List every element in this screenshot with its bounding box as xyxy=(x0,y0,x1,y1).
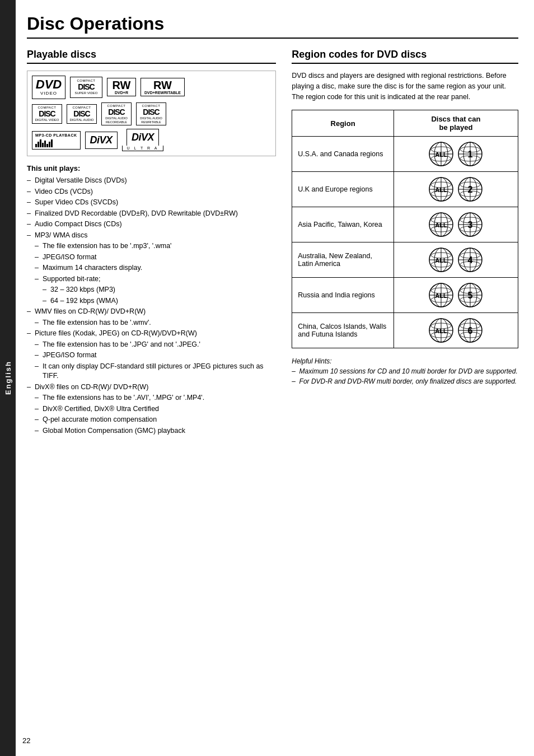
table-header-row: Region Discs that canbe played xyxy=(292,110,518,137)
mp3-bar xyxy=(38,142,39,147)
helpful-hints-label: Helpful Hints: xyxy=(292,356,518,366)
svg-text:ALL: ALL xyxy=(435,186,448,193)
all-globe-icon: ALL xyxy=(428,141,454,167)
region-column-header: Region xyxy=(292,110,394,137)
list-item: MP3/ WMA discs xyxy=(27,231,276,241)
hint-1: – Maximum 10 sessions for CD and 10 mult… xyxy=(292,366,518,376)
list-item: Global Motion Compensation (GMC) playbac… xyxy=(27,426,276,436)
region-codes-title: Region codes for DVD discs xyxy=(292,49,518,64)
svg-text:1: 1 xyxy=(468,150,473,159)
region-discs-cell: ALL6 xyxy=(394,313,518,348)
mp3-bars xyxy=(35,138,53,147)
mp3-bar xyxy=(40,139,41,147)
cd-digital-video-icon: compact DISC DIGITAL VIDEO xyxy=(32,104,62,124)
cd-rewritable-icon: compact DISC DIGITAL AUDIO ReWritable xyxy=(136,102,166,126)
right-column: Region codes for DVD discs DVD discs and… xyxy=(292,49,518,437)
side-tab: English xyxy=(0,0,16,756)
playable-discs-title: Playable discs xyxy=(27,49,276,64)
list-item: The file extension has to be '.mp3', '.w… xyxy=(27,241,276,251)
discs-column-header: Discs that canbe played xyxy=(394,110,518,137)
disc-icon-row-2: compact DISC DIGITAL VIDEO compact DISC … xyxy=(32,102,271,126)
list-item: Digital Versatile Discs (DVDs) xyxy=(27,176,276,186)
page-number: 22 xyxy=(22,736,30,745)
list-item: The file extensions has to be '.AVI', '.… xyxy=(27,393,276,403)
list-item: JPEG/ISO format xyxy=(27,351,276,361)
numbered-globe-icon: 4 xyxy=(457,247,483,273)
region-discs-cell: ALL5 xyxy=(394,278,518,313)
mp3-bar xyxy=(51,139,53,147)
cd-recordable-icon: compact DISC DIGITAL AUDIO Recordable xyxy=(101,102,132,126)
list-item: Q-pel accurate motion compensation xyxy=(27,415,276,425)
svg-text:6: 6 xyxy=(468,326,473,335)
disc-icon-row-3: MP3-CD PLAYBACK xyxy=(32,129,271,151)
table-row: Australia, New Zealand, Latin AmericaALL… xyxy=(292,242,518,278)
numbered-globe-icon: 3 xyxy=(457,212,483,237)
table-row: Russia and India regionsALL5 xyxy=(292,278,518,313)
region-discs-cell: ALL4 xyxy=(394,242,518,278)
mp3-cd-icon: MP3-CD PLAYBACK xyxy=(32,131,81,150)
list-item: Supported bit-rate; xyxy=(27,274,276,284)
list-item: It can only display DCF-standard still p… xyxy=(27,362,276,381)
svg-text:4: 4 xyxy=(468,255,473,265)
left-column: Playable discs DVD VIDEO compact xyxy=(27,49,276,437)
all-globe-icon: ALL xyxy=(428,212,454,237)
list-item: Finalized DVD Recordable (DVD±R), DVD Re… xyxy=(27,209,276,219)
all-globe-icon: ALL xyxy=(428,247,454,273)
numbered-globe-icon: 5 xyxy=(457,282,483,308)
list-item: DivX® files on CD-R(W)/ DVD+R(W) xyxy=(27,382,276,393)
dvd-rw-icon: RW DVD+ReWritable xyxy=(140,78,185,96)
table-row: U.S.A. and Canada regionsALL1 xyxy=(292,137,518,172)
cd-digital-audio-icon: compact DISC DIGITAL AUDIO xyxy=(67,104,97,124)
list-item: The file extension has to be '.wmv'. xyxy=(27,318,276,328)
numbered-globe-icon: 2 xyxy=(457,176,483,202)
two-col-layout: Playable discs DVD VIDEO compact xyxy=(27,49,518,437)
list-item: The file extension has to be '.JPG' and … xyxy=(27,340,276,350)
divx-icon: DiVX xyxy=(85,132,118,149)
mp3-bar xyxy=(49,142,50,147)
disc-icons-container: DVD VIDEO compact DISC SUPER VIDEO RW xyxy=(27,71,276,156)
svg-text:3: 3 xyxy=(468,220,473,230)
list-item: JPEG/ISO format xyxy=(27,253,276,263)
hint-2: – For DVD-R and DVD-RW multi border, onl… xyxy=(292,376,518,386)
region-name-cell: Asia Pacific, Taiwan, Korea xyxy=(292,207,394,242)
page-wrapper: English Disc Operations Playable discs D… xyxy=(0,0,534,756)
list-item: Super Video CDs (SVCDs) xyxy=(27,198,276,208)
table-row: China, Calcos Islands, Walls and Futuna … xyxy=(292,313,518,348)
region-discs-cell: ALL2 xyxy=(394,172,518,207)
region-name-cell: U.K and Europe regions xyxy=(292,172,394,207)
divx-ultra-label: U L T R A xyxy=(122,146,164,151)
dvd-video-icon: DVD VIDEO xyxy=(32,76,65,99)
list-item: 64 – 192 kbps (WMA) xyxy=(27,296,276,306)
svg-text:ALL: ALL xyxy=(435,292,448,299)
region-name-cell: Australia, New Zealand, Latin America xyxy=(292,242,394,278)
region-name-cell: China, Calcos Islands, Walls and Futuna … xyxy=(292,313,394,348)
table-row: Asia Pacific, Taiwan, KoreaALL3 xyxy=(292,207,518,242)
svg-text:5: 5 xyxy=(468,291,473,300)
helpful-hints: Helpful Hints: – Maximum 10 sessions for… xyxy=(292,356,518,386)
table-row: U.K and Europe regionsALL2 xyxy=(292,172,518,207)
list-item: Video CDs (VCDs) xyxy=(27,187,276,197)
list-item: Picture files (Kodak, JPEG) on CD-R(W)/D… xyxy=(27,329,276,339)
region-discs-cell: ALL3 xyxy=(394,207,518,242)
svg-text:2: 2 xyxy=(468,185,473,194)
list-item: 32 – 320 kbps (MP3) xyxy=(27,285,276,295)
list-item: Maximum 14 characters display. xyxy=(27,263,276,273)
region-discs-cell: ALL1 xyxy=(394,137,518,172)
mp3-bar xyxy=(44,141,46,147)
mp3-bar xyxy=(46,144,48,147)
list-item: DivX® Certified, DivX® Ultra Certified xyxy=(27,404,276,414)
region-name-cell: Russia and India regions xyxy=(292,278,394,313)
all-globe-icon: ALL xyxy=(428,176,454,202)
this-unit-plays-label: This unit plays: xyxy=(27,164,276,172)
svg-text:ALL: ALL xyxy=(435,222,448,228)
svg-text:ALL: ALL xyxy=(435,257,448,264)
cd-super-video-icon: compact DISC SUPER VIDEO xyxy=(70,77,102,98)
play-list: Digital Versatile Discs (DVDs) Video CDs… xyxy=(27,176,276,436)
mp3-bar xyxy=(42,143,44,147)
page-title: Disc Operations xyxy=(27,13,518,39)
numbered-globe-icon: 1 xyxy=(457,141,483,167)
list-item: WMV files on CD-R(W)/ DVD+R(W) xyxy=(27,307,276,317)
mp3-bar xyxy=(35,144,37,147)
svg-text:ALL: ALL xyxy=(435,151,448,158)
dvd-r-icon: RW DVD+R xyxy=(107,78,136,96)
